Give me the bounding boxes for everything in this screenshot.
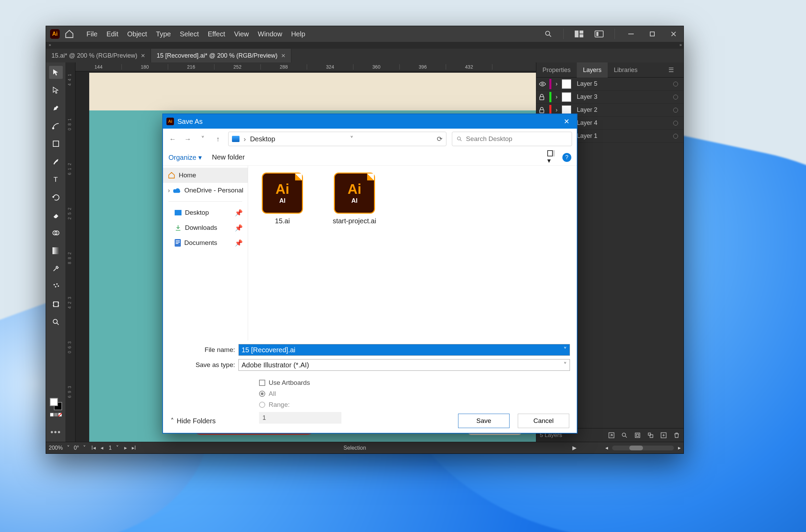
layer-name[interactable]: Layer 3 — [573, 93, 671, 101]
target-icon[interactable] — [673, 121, 678, 126]
symbol-sprayer-tool[interactable] — [49, 280, 63, 293]
menu-help[interactable]: Help — [291, 30, 305, 38]
tree-downloads[interactable]: Downloads📌 — [163, 220, 248, 235]
type-tool[interactable]: T — [49, 173, 63, 186]
scrollbar[interactable] — [612, 446, 674, 450]
tab-layers[interactable]: Layers — [577, 62, 608, 78]
help-icon[interactable]: ? — [562, 153, 571, 162]
selection-tool[interactable] — [49, 66, 63, 79]
chevron-right-icon[interactable]: › — [553, 106, 560, 114]
layer-name[interactable]: Layer 4 — [573, 119, 671, 127]
search-box[interactable] — [452, 132, 572, 146]
artboard-nav[interactable]: I◂◂ — [90, 445, 104, 451]
save-button[interactable]: Save — [458, 414, 510, 428]
up-icon[interactable]: ↑ — [213, 134, 223, 144]
paintbrush-tool[interactable] — [49, 155, 63, 168]
search-icon[interactable] — [544, 30, 552, 38]
locate-icon[interactable] — [621, 432, 628, 439]
menu-select[interactable]: Select — [180, 30, 199, 38]
view-mode-icon[interactable]: ▾ — [547, 150, 555, 165]
hide-folders-toggle[interactable]: ˄ Hide Folders — [171, 417, 215, 425]
artboard-index[interactable]: 1 — [109, 445, 112, 451]
refresh-icon[interactable]: ⟳ — [437, 135, 443, 143]
menu-object[interactable]: Object — [127, 30, 147, 38]
use-artboards-checkbox[interactable]: Use Artboards — [259, 379, 570, 387]
radio-range[interactable]: Range: — [259, 401, 570, 409]
tab-libraries[interactable]: Libraries — [608, 62, 644, 78]
forward-icon[interactable]: → — [183, 134, 192, 144]
eraser-tool[interactable] — [49, 209, 63, 222]
layer-name[interactable]: Layer 5 — [573, 80, 671, 87]
chevron-down-icon[interactable]: ˅ — [83, 445, 86, 451]
menu-type[interactable]: Type — [156, 30, 171, 38]
edit-toolbar-icon[interactable]: ••• — [50, 427, 61, 437]
zoom-value[interactable]: 200% — [49, 445, 63, 451]
trash-icon[interactable] — [673, 432, 680, 439]
cancel-button[interactable]: Cancel — [518, 414, 569, 428]
minimize-button[interactable] — [626, 30, 636, 38]
file-item[interactable]: AiAI 15.ai — [258, 173, 306, 225]
new-folder-button[interactable]: New folder — [212, 153, 245, 161]
breadcrumb-location[interactable]: Desktop — [250, 135, 275, 143]
chevron-down-icon[interactable]: ˅ — [198, 134, 208, 144]
direct-selection-tool[interactable] — [49, 84, 63, 97]
target-icon[interactable] — [673, 108, 678, 113]
eyedropper-tool[interactable] — [49, 262, 63, 275]
visibility-icon[interactable] — [539, 82, 547, 86]
rotation-value[interactable]: 0° — [74, 445, 79, 451]
lock-icon[interactable] — [539, 107, 547, 113]
document-tab[interactable]: 15.ai* @ 200 % (RGB/Preview) ✕ — [46, 49, 151, 62]
radio-all[interactable]: All — [259, 390, 570, 398]
panel-menu-icon[interactable]: ☰ — [662, 62, 680, 78]
close-button[interactable] — [668, 30, 679, 38]
home-icon[interactable] — [65, 29, 74, 39]
organize-menu[interactable]: Organize ▾ — [168, 153, 202, 162]
target-icon[interactable] — [673, 82, 678, 86]
play-icon[interactable]: ▶ — [572, 445, 576, 451]
chevron-down-icon[interactable]: ˅ — [116, 445, 119, 451]
filename-field[interactable]: 15 [Recovered].ai˅ — [238, 344, 570, 356]
menu-view[interactable]: View — [234, 30, 249, 38]
back-icon[interactable]: ← — [168, 134, 177, 144]
tree-desktop[interactable]: Desktop📌 — [163, 205, 248, 220]
close-icon[interactable]: ✕ — [560, 117, 573, 126]
gradient-tool[interactable] — [49, 244, 63, 257]
scroll-left-icon[interactable]: ◂ — [605, 445, 608, 451]
menu-effect[interactable]: Effect — [208, 30, 225, 38]
fill-stroke-swatch[interactable] — [50, 398, 62, 420]
target-icon[interactable] — [673, 134, 678, 139]
file-item[interactable]: AiAI start-project.ai — [330, 173, 378, 225]
chevron-down-icon[interactable]: ˅ — [67, 445, 70, 451]
menu-window[interactable]: Window — [258, 30, 282, 38]
shape-builder-tool[interactable] — [49, 226, 63, 239]
layer-name[interactable]: Layer 1 — [573, 132, 671, 140]
curvature-tool[interactable] — [49, 119, 63, 132]
layer-row[interactable]: ›Layer 5 — [536, 78, 684, 91]
tree-documents[interactable]: Documents📌 — [163, 235, 248, 250]
menu-edit[interactable]: Edit — [106, 30, 118, 38]
menu-file[interactable]: File — [86, 30, 97, 38]
lock-icon[interactable] — [539, 94, 547, 100]
clip-icon[interactable] — [634, 432, 641, 439]
file-list[interactable]: AiAI 15.ai AiAI start-project.ai — [248, 166, 577, 341]
maximize-button[interactable] — [647, 30, 657, 38]
breadcrumb[interactable]: › Desktop ˅ ⟳ — [228, 132, 446, 146]
chevron-right-icon[interactable]: › — [553, 93, 560, 101]
new-layer-icon[interactable] — [660, 432, 667, 439]
artboard-nav[interactable]: ▸▸I — [123, 445, 137, 451]
sublayer-icon[interactable] — [647, 432, 654, 439]
export-icon[interactable] — [608, 432, 615, 439]
document-tab[interactable]: 15 [Recovered].ai* @ 200 % (RGB/Preview)… — [151, 49, 291, 62]
artboard-tool[interactable] — [49, 298, 63, 311]
chevron-right-icon[interactable]: › — [553, 80, 560, 87]
scroll-right-icon[interactable]: ▸ — [678, 445, 681, 451]
control-bar-collapsed[interactable]: »» — [46, 42, 684, 49]
zoom-tool[interactable] — [49, 316, 63, 329]
arrange-docs-icon[interactable] — [575, 31, 584, 37]
pen-tool[interactable] — [49, 102, 63, 115]
layer-row[interactable]: ›Layer 3 — [536, 91, 684, 104]
search-input[interactable] — [466, 135, 568, 143]
close-tab-icon[interactable]: ✕ — [281, 52, 285, 59]
filetype-field[interactable]: Adobe Illustrator (*.AI)˅ — [238, 359, 570, 371]
target-icon[interactable] — [673, 95, 678, 99]
